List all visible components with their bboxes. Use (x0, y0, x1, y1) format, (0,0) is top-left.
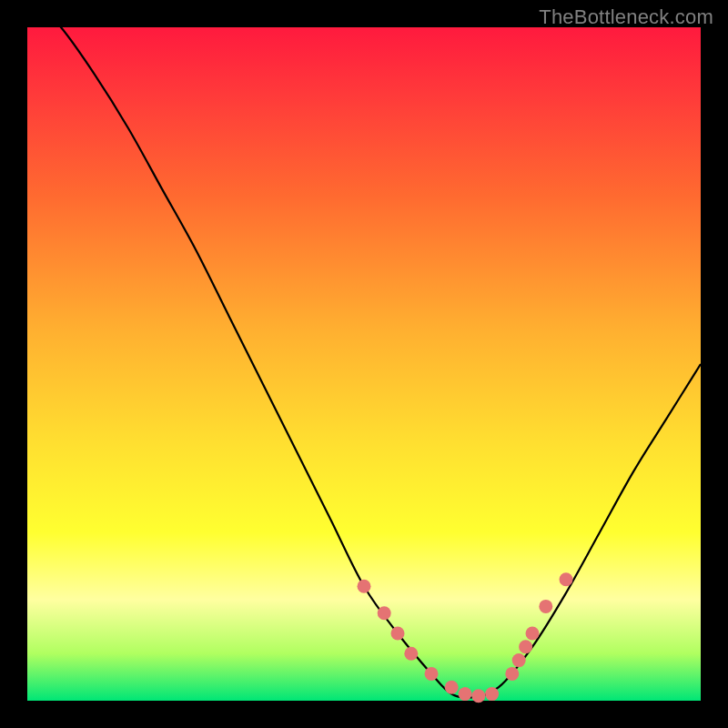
highlight-dot (391, 627, 405, 641)
highlight-dot (539, 600, 552, 613)
highlight-dot (485, 687, 499, 701)
highlight-dot (459, 687, 472, 701)
highlight-dot (471, 689, 485, 703)
highlight-dot (358, 580, 371, 593)
bottleneck-chart-svg (27, 27, 701, 701)
highlight-dot (526, 627, 540, 641)
highlight-dot (519, 640, 532, 653)
watermark-text: TheBottleneck.com (539, 5, 713, 29)
bottleneck-curve (27, 0, 701, 698)
highlight-dot (560, 572, 573, 586)
highlight-dot (425, 667, 439, 681)
highlight-dots-group (358, 572, 573, 703)
highlight-dot (505, 667, 519, 681)
highlight-dot (404, 647, 418, 661)
highlight-dot (445, 681, 459, 694)
highlight-dot (378, 606, 391, 620)
highlight-dot (512, 653, 526, 667)
